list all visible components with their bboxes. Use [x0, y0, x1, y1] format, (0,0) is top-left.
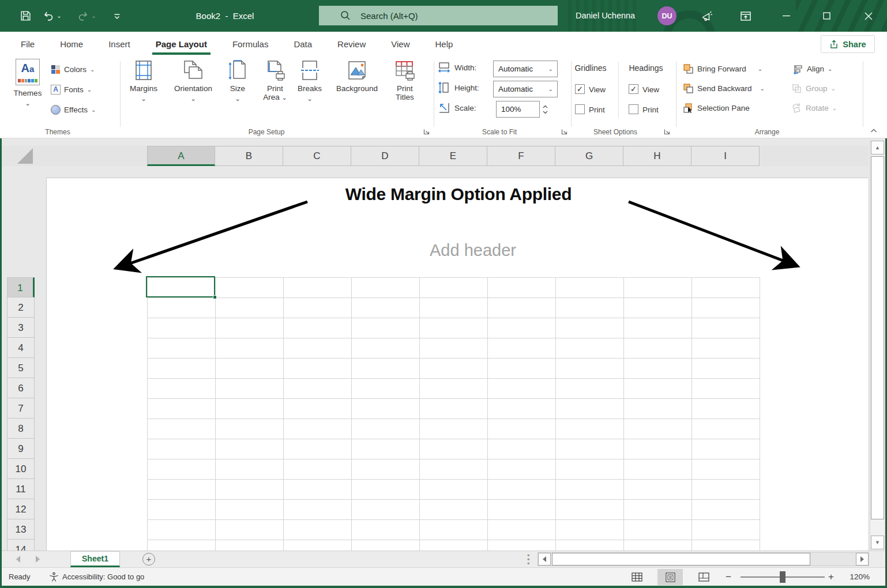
bring-forward-button[interactable]: Bring Forward ⌄: [683, 62, 762, 76]
coming-soon-button[interactable]: [700, 9, 715, 24]
column-header-G[interactable]: G: [555, 146, 623, 166]
maximize-button[interactable]: [813, 0, 840, 32]
size-button[interactable]: Size ⌄: [223, 60, 253, 103]
align-button[interactable]: Align ⌄: [792, 62, 832, 76]
tab-view[interactable]: View: [378, 32, 422, 56]
scroll-down-button[interactable]: ▼: [871, 536, 884, 549]
group-button[interactable]: Group ⌄: [791, 81, 836, 95]
column-header-F[interactable]: F: [487, 146, 555, 166]
zoom-slider-handle[interactable]: [780, 571, 785, 583]
tab-review[interactable]: Review: [325, 32, 378, 56]
customize-quick-access-button[interactable]: [110, 0, 125, 32]
page-setup-dialog-launcher[interactable]: [423, 128, 431, 136]
horizontal-scrollbar[interactable]: [538, 552, 869, 566]
column-header-C[interactable]: C: [283, 146, 351, 166]
tab-insert[interactable]: Insert: [96, 32, 143, 56]
horizontal-scroll-thumb[interactable]: [552, 553, 810, 566]
avatar[interactable]: DU: [657, 6, 676, 25]
vertical-scroll-thumb[interactable]: [871, 156, 884, 519]
scale-spinner[interactable]: [541, 101, 550, 118]
selection-pane-button[interactable]: Selection Pane: [683, 101, 750, 115]
tab-help[interactable]: Help: [423, 32, 466, 56]
undo-dropdown-chevron[interactable]: ⌄: [57, 13, 61, 19]
column-header-B[interactable]: B: [215, 146, 283, 166]
scroll-left-button[interactable]: [538, 553, 551, 566]
row-header-1[interactable]: 1: [7, 277, 35, 297]
column-header-D[interactable]: D: [351, 146, 419, 166]
column-header-I[interactable]: I: [691, 146, 760, 166]
row-header-5[interactable]: 5: [7, 358, 35, 378]
tab-scroll-splitter[interactable]: •••: [527, 553, 530, 566]
sheet-options-dialog-launcher[interactable]: [663, 128, 671, 136]
rotate-button[interactable]: Rotate ⌄: [791, 101, 837, 115]
scroll-right-button[interactable]: [856, 553, 869, 566]
ribbon-display-options-button[interactable]: [738, 9, 753, 24]
zoom-out-button[interactable]: −: [726, 568, 731, 586]
search-box[interactable]: Search (Alt+Q): [319, 6, 558, 25]
row-header-8[interactable]: 8: [7, 419, 35, 439]
redo-button[interactable]: ⌄: [75, 0, 98, 32]
previous-sheet-button[interactable]: [16, 556, 20, 563]
row-header-7[interactable]: 7: [7, 398, 35, 419]
height-select[interactable]: Automatic ⌄: [493, 81, 558, 97]
tab-formulas[interactable]: Formulas: [220, 32, 281, 56]
row-header-12[interactable]: 12: [7, 499, 35, 519]
cell-grid[interactable]: [147, 277, 760, 551]
effects-button[interactable]: Effects ⌄: [51, 103, 96, 116]
scroll-up-button[interactable]: ▲: [871, 141, 884, 154]
undo-button[interactable]: ⌄: [40, 0, 63, 32]
tab-data[interactable]: Data: [281, 32, 325, 56]
accessibility-status[interactable]: Accessibility: Good to go: [62, 568, 144, 586]
page-break-preview-button[interactable]: [691, 569, 716, 585]
background-button[interactable]: Background: [329, 60, 385, 93]
collapse-ribbon-button[interactable]: [870, 127, 878, 135]
fonts-button[interactable]: A Fonts ⌄: [51, 82, 92, 96]
minimize-button[interactable]: [773, 0, 799, 32]
zoom-in-button[interactable]: +: [828, 568, 834, 586]
row-header-14[interactable]: 14: [7, 540, 35, 551]
tab-home[interactable]: Home: [47, 32, 96, 56]
headings-print-checkbox[interactable]: ✓: [629, 104, 638, 114]
row-header-4[interactable]: 4: [7, 338, 35, 358]
redo-dropdown-chevron[interactable]: ⌄: [91, 13, 96, 19]
share-button[interactable]: Share: [821, 35, 875, 53]
gridlines-view-checkbox[interactable]: ✓: [575, 84, 585, 94]
tab-file[interactable]: File: [8, 32, 47, 56]
send-backward-button[interactable]: Send Backward ⌄: [683, 81, 765, 95]
margins-button[interactable]: Margins ⌄: [126, 60, 161, 103]
print-area-button[interactable]: Print Area ⌄: [257, 60, 293, 101]
column-header-E[interactable]: E: [419, 146, 487, 166]
row-header-9[interactable]: 9: [7, 439, 35, 459]
headings-view-checkbox[interactable]: ✓: [629, 84, 638, 94]
new-sheet-button[interactable]: +: [142, 553, 155, 566]
close-button[interactable]: [855, 0, 882, 32]
page-layout-view-button[interactable]: [657, 569, 683, 585]
scale-input[interactable]: 100%: [496, 101, 540, 118]
column-header-A[interactable]: A: [147, 146, 215, 166]
tab-page-layout[interactable]: Page Layout: [143, 32, 220, 56]
colors-button[interactable]: Colors ⌄: [51, 62, 95, 76]
user-name[interactable]: Daniel Uchenna: [576, 0, 635, 32]
sheet-tab-sheet1[interactable]: Sheet1: [70, 551, 120, 567]
selected-cell-a1[interactable]: [146, 276, 215, 297]
row-header-6[interactable]: 6: [7, 378, 35, 398]
row-header-3[interactable]: 3: [7, 318, 35, 338]
row-header-13[interactable]: 13: [7, 519, 35, 540]
normal-view-button[interactable]: [624, 569, 649, 585]
row-header-10[interactable]: 10: [7, 459, 35, 479]
next-sheet-button[interactable]: [36, 556, 40, 563]
row-header-2[interactable]: 2: [7, 297, 35, 318]
print-titles-button[interactable]: Print Titles: [388, 60, 422, 101]
page-header-placeholder[interactable]: Add header: [242, 241, 704, 260]
save-button[interactable]: [17, 0, 33, 32]
row-header-11[interactable]: 11: [7, 479, 35, 499]
themes-button[interactable]: Aa Themes ⌄: [10, 59, 45, 107]
fill-handle[interactable]: [213, 295, 217, 299]
orientation-button[interactable]: Orientation ⌄: [167, 60, 219, 103]
select-all-corner[interactable]: [17, 148, 33, 164]
breaks-button[interactable]: Breaks ⌄: [293, 60, 326, 103]
zoom-level[interactable]: 120%: [843, 568, 870, 586]
column-header-H[interactable]: H: [623, 146, 691, 166]
vertical-scrollbar[interactable]: ▲ ▼: [870, 140, 884, 551]
width-select[interactable]: Automatic ⌄: [493, 61, 558, 77]
